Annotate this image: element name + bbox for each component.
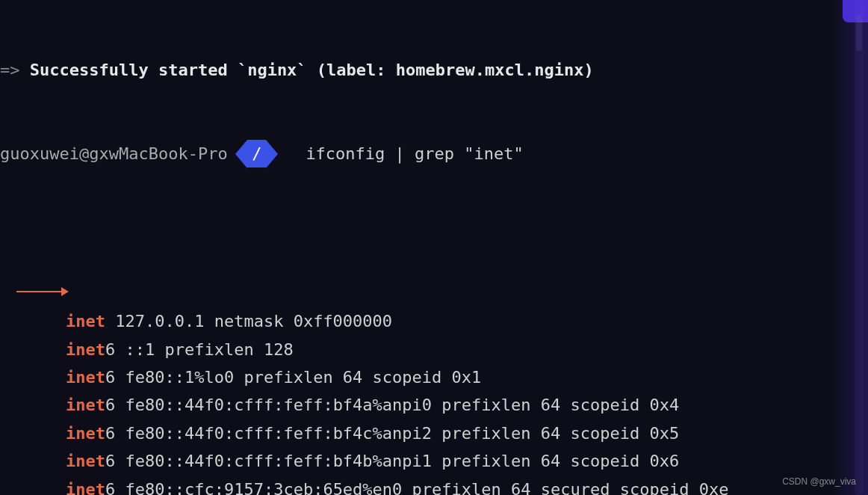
inet-keyword: inet xyxy=(66,312,105,330)
user-host: guoxuwei@gxwMacBook-Pro xyxy=(0,144,228,163)
output-line: inet6 fe80::44f0:cfff:feff:bf4b%anpi1 pr… xyxy=(0,447,868,475)
prompt-line: guoxuwei@gxwMacBook-Pro / ifconfig | gre… xyxy=(0,140,868,167)
output-line: inet6 fe80::44f0:cfff:feff:bf4c%anpi2 pr… xyxy=(0,419,868,447)
inet6-suffix: 6 xyxy=(105,424,115,443)
output-text: fe80::cfc:9157:3ceb:65ed%en0 prefixlen 6… xyxy=(115,480,728,495)
status-line: => Successfully started `nginx` (label: … xyxy=(0,56,868,84)
path-segment: / xyxy=(247,140,266,167)
output-text: fe80::44f0:cfff:feff:bf4c%anpi2 prefixle… xyxy=(115,424,679,443)
inet6-suffix: 6 xyxy=(105,340,115,359)
terminal-output[interactable]: => Successfully started `nginx` (label: … xyxy=(0,0,868,495)
annotation-arrow xyxy=(16,284,69,299)
output-line: inet6 fe80::1%lo0 prefixlen 64 scopeid 0… xyxy=(0,363,868,391)
status-text: Successfully started `nginx` (label: hom… xyxy=(30,61,594,79)
output-line: inet6 fe80::44f0:cfff:feff:bf4a%anpi0 pr… xyxy=(0,391,868,419)
inet-keyword: inet xyxy=(66,396,105,414)
watermark: CSDN @gxw_viva xyxy=(782,474,856,489)
output-line: inet6 fe80::cfc:9157:3ceb:65ed%en0 prefi… xyxy=(0,476,868,495)
output-line: inet 127.0.0.1 netmask 0xff000000 xyxy=(0,307,868,335)
inet6-suffix: 6 xyxy=(105,368,115,387)
inet-keyword: inet xyxy=(66,368,105,387)
prompt-arrow: => xyxy=(0,61,20,79)
inet6-suffix: 6 xyxy=(105,396,115,414)
inet-keyword: inet xyxy=(66,424,105,443)
output-text: fe80::1%lo0 prefixlen 64 scopeid 0x1 xyxy=(115,368,481,387)
output-text: fe80::44f0:cfff:feff:bf4a%anpi0 prefixle… xyxy=(115,396,679,414)
inet-keyword: inet xyxy=(66,340,105,359)
inet6-suffix: 6 xyxy=(105,480,115,495)
output-line: inet6 ::1 prefixlen 128 xyxy=(0,336,868,363)
output-text: fe80::44f0:cfff:feff:bf4b%anpi1 prefixle… xyxy=(115,452,679,470)
output-text: ::1 prefixlen 128 xyxy=(115,340,293,359)
inet-keyword: inet xyxy=(66,452,105,470)
scroll-thumb[interactable] xyxy=(856,15,862,51)
svg-marker-1 xyxy=(61,287,69,296)
inet6-suffix: 6 xyxy=(105,452,115,470)
scrollbar[interactable] xyxy=(855,0,864,495)
command-text: ifconfig | grep "inet" xyxy=(306,144,523,163)
output-text: 127.0.0.1 netmask 0xff000000 xyxy=(105,312,392,330)
output-block: inet 127.0.0.1 netmask 0xff000000inet6 :… xyxy=(0,307,868,495)
inet-keyword: inet xyxy=(66,480,105,495)
